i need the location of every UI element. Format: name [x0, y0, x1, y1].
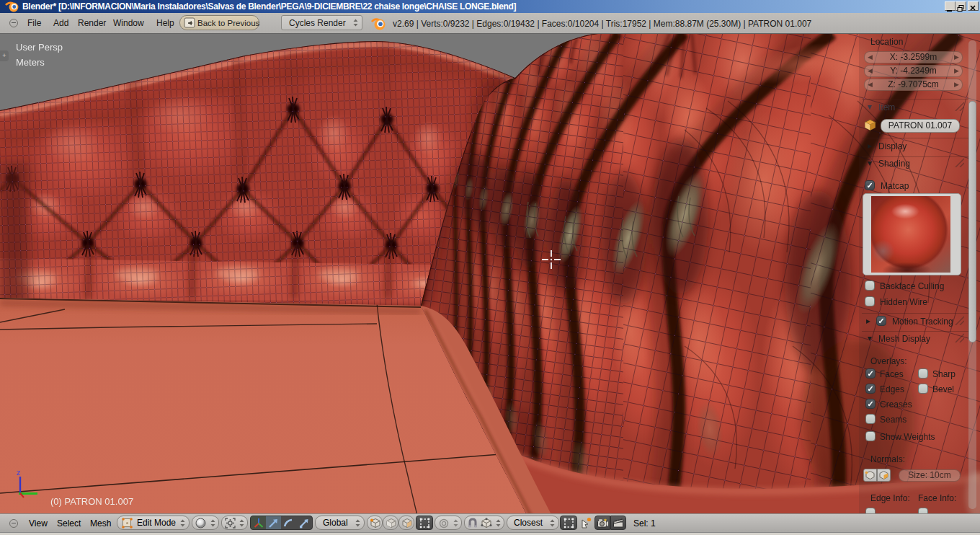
svg-text:z: z: [17, 468, 21, 477]
